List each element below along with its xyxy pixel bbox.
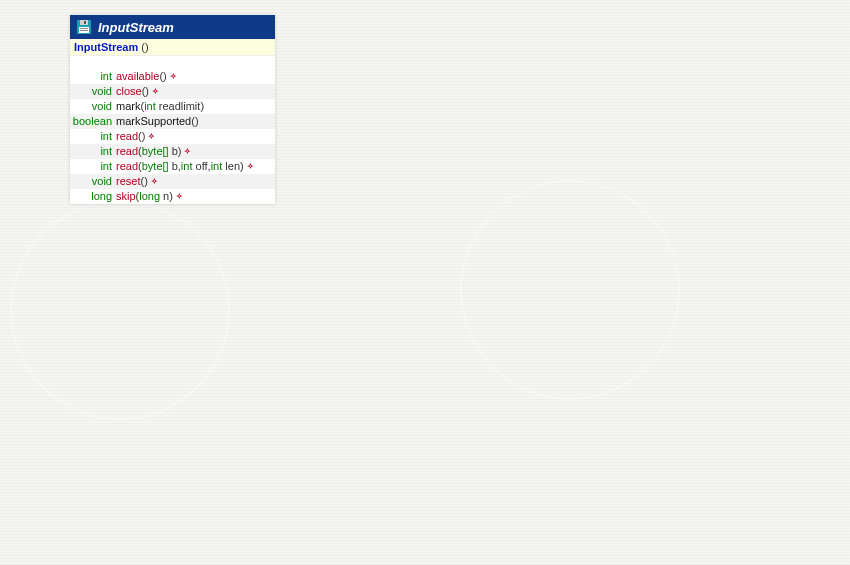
method-signature: reset ()✧ [116, 175, 275, 188]
method-signature: read (byte[] b, int off, int len)✧ [116, 160, 275, 173]
paren-close: ) [169, 190, 173, 203]
throws-icon: ✧ [184, 145, 191, 158]
method-name: read [116, 130, 138, 143]
method-signature: close ()✧ [116, 85, 275, 98]
method-name: markSupported [116, 115, 191, 128]
svg-rect-5 [80, 30, 88, 31]
throws-icon: ✧ [176, 190, 183, 203]
svg-rect-4 [80, 28, 88, 29]
return-type: int [70, 160, 116, 173]
method-signature: available ()✧ [116, 70, 275, 83]
method-name: skip [116, 190, 136, 203]
param-type: long [139, 190, 160, 203]
return-type: int [70, 70, 116, 83]
method-name: read [116, 160, 138, 173]
methods-list: intavailable ()✧voidclose ()✧voidmark (i… [70, 69, 275, 204]
spacer [70, 56, 275, 69]
method-signature: markSupported () [116, 115, 275, 128]
method-row: intread (byte[] b, int off, int len)✧ [70, 159, 275, 174]
method-row: longskip (long n)✧ [70, 189, 275, 204]
throws-icon: ✧ [152, 85, 159, 98]
param-name: b [169, 145, 178, 158]
floppy-disk-icon [76, 19, 92, 35]
param-name: b [169, 160, 178, 173]
title-bar: InputStream [70, 15, 275, 39]
method-name: read [116, 145, 138, 158]
method-signature: skip (long n)✧ [116, 190, 275, 203]
throws-icon: ✧ [148, 130, 155, 143]
return-type: long [70, 190, 116, 203]
class-title: InputStream [98, 20, 174, 35]
method-row: voidreset ()✧ [70, 174, 275, 189]
param-name: readlimit [156, 100, 201, 113]
svg-rect-2 [84, 21, 86, 24]
throws-icon: ✧ [170, 70, 177, 83]
param-type: int [144, 100, 156, 113]
param-type: int [181, 160, 193, 173]
param-name: off [192, 160, 207, 173]
paren-close: ) [144, 175, 148, 188]
method-signature: read ()✧ [116, 130, 275, 143]
param-type: byte[] [142, 160, 169, 173]
method-signature: read (byte[] b)✧ [116, 145, 275, 158]
param-name: n [160, 190, 169, 203]
class-card: InputStream InputStream () intavailable … [70, 15, 275, 204]
paren-close: ) [200, 100, 204, 113]
method-name: close [116, 85, 142, 98]
method-row: intavailable ()✧ [70, 69, 275, 84]
return-type: boolean [70, 115, 116, 128]
paren-close: ) [145, 85, 149, 98]
throws-icon: ✧ [151, 175, 158, 188]
param-name: len [222, 160, 240, 173]
paren-close: ) [178, 145, 182, 158]
return-type: void [70, 100, 116, 113]
method-row: voidclose ()✧ [70, 84, 275, 99]
method-row: intread ()✧ [70, 129, 275, 144]
constructor-params: () [141, 41, 148, 53]
method-row: voidmark (int readlimit) [70, 99, 275, 114]
method-row: intread (byte[] b)✧ [70, 144, 275, 159]
return-type: void [70, 85, 116, 98]
paren-close: ) [142, 130, 146, 143]
method-name: available [116, 70, 159, 83]
constructor-name: InputStream [74, 41, 138, 53]
return-type: int [70, 130, 116, 143]
method-name: mark [116, 100, 140, 113]
return-type: int [70, 145, 116, 158]
method-name: reset [116, 175, 140, 188]
method-signature: mark (int readlimit) [116, 100, 275, 113]
throws-icon: ✧ [247, 160, 254, 173]
method-row: booleanmarkSupported () [70, 114, 275, 129]
paren-close: ) [163, 70, 167, 83]
return-type: void [70, 175, 116, 188]
param-type: byte[] [142, 145, 169, 158]
paren-close: ) [240, 160, 244, 173]
constructor-row: InputStream () [70, 39, 275, 56]
param-type: int [211, 160, 223, 173]
paren-close: ) [195, 115, 199, 128]
